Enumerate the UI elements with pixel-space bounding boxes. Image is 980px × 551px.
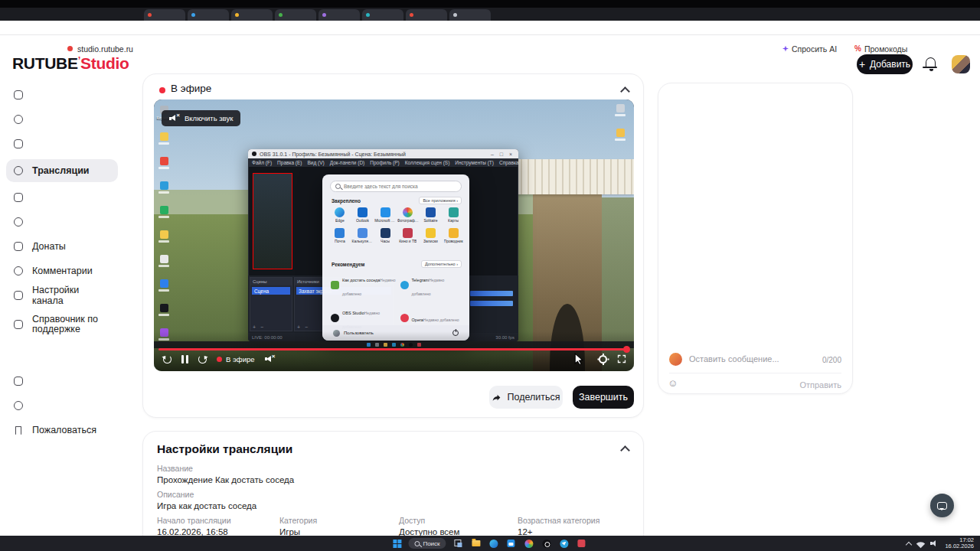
chat-user-avatar — [669, 353, 682, 366]
obs-app-icon — [252, 152, 256, 156]
broadcast-icon — [12, 165, 24, 177]
pinned-app-edge: Edge — [328, 206, 351, 225]
pinned-app-solitaire: Solitaire — [420, 206, 443, 225]
share-button[interactable]: Поделиться — [489, 386, 563, 409]
desktop-icon — [158, 304, 170, 316]
pinned-app-maps: Карты — [442, 206, 465, 225]
description-value: Игра как достать соседа — [157, 501, 256, 510]
tray-chevron-icon[interactable] — [906, 541, 912, 547]
obs-sources-toolbar: + − — [297, 324, 309, 330]
progress-bar[interactable] — [158, 348, 629, 350]
obs-audio-meter — [470, 301, 513, 306]
start-button[interactable] — [393, 540, 401, 548]
address-url[interactable]: studio.rutube.ru — [77, 44, 133, 54]
sidebar-item-channel-settings[interactable]: Настройки канала — [12, 286, 135, 305]
photos-button[interactable] — [524, 538, 534, 549]
sidebar-item-broadcasts[interactable]: Трансляции — [6, 159, 118, 182]
obs-menu-profile: Профиль (P) — [370, 160, 400, 165]
taskbar-clock[interactable]: 17:02 16.02.2026 — [945, 537, 974, 550]
clock-date: 16.02.2026 — [945, 543, 974, 550]
desktop-icon — [158, 181, 170, 194]
logo-studio: Studio — [80, 54, 129, 72]
stream-player[interactable]: Корзина OBS 31.0.1 - Профиль: Безым — [154, 99, 634, 371]
ask-ai-label: Спросить AI — [792, 44, 837, 54]
volume-muted-icon[interactable]: × — [265, 355, 275, 364]
obs-window-title: OBS 31.0.1 - Профиль: Безымянный - Сцена… — [260, 152, 406, 157]
search-icon — [335, 184, 341, 189]
task-view-button[interactable] — [453, 538, 464, 549]
finish-stream-button[interactable]: Завершить — [573, 386, 634, 409]
file-explorer-button[interactable] — [471, 538, 482, 549]
notifications-bell-icon[interactable] — [923, 56, 939, 73]
sidebar-item-playlists[interactable] — [12, 188, 135, 207]
chat-message-input[interactable] — [689, 354, 796, 364]
sidebar-item-monetization[interactable] — [12, 213, 135, 231]
taskbar-search-label: Поиск — [423, 540, 439, 547]
sidebar-item-feedback[interactable] — [12, 372, 135, 390]
browser-tab[interactable] — [362, 9, 403, 21]
obs-titlebar: OBS 31.0.1 - Профиль: Безымянный - Сцена… — [248, 149, 518, 158]
game-button[interactable] — [577, 538, 587, 549]
rutube-studio-logo[interactable]: RUTUBE’Studio — [12, 54, 129, 73]
start-search-input — [344, 184, 456, 189]
player-settings-icon[interactable] — [599, 355, 607, 364]
add-button[interactable]: + Добавить — [857, 54, 913, 74]
sidebar-item-donations[interactable]: Донаты — [12, 237, 135, 256]
volume-icon[interactable] — [930, 540, 939, 547]
sidebar-item-report[interactable]: Пожаловаться — [12, 421, 135, 439]
obs-menubar: Файл (F) Правка (E) Вид (V) Док-панели (… — [248, 158, 518, 167]
pinned-apps-grid: Edge Outlook Microsoft Store Фотографии … — [328, 206, 465, 245]
browser-tab[interactable] — [231, 9, 273, 21]
recommended-item: Как достать соседаНедавно добавлено — [328, 269, 398, 300]
user-avatar[interactable] — [952, 55, 970, 73]
obs-button[interactable] — [541, 538, 552, 549]
percent-icon: % — [854, 44, 861, 53]
obs-menu-help: Справка (H) — [499, 160, 518, 165]
support-chat-icon — [12, 399, 24, 412]
desktop-icon — [158, 132, 170, 145]
sidebar-item-videos[interactable] — [12, 110, 135, 129]
rewind-icon[interactable] — [163, 355, 172, 364]
browser-address-bar: studio.rutube.ru Спросить AI % Промокоды — [0, 21, 980, 35]
videos-icon — [12, 113, 24, 126]
browser-tab[interactable] — [144, 9, 185, 21]
ask-ai-button[interactable]: Спросить AI — [782, 43, 837, 54]
browser-tab-strip — [0, 0, 980, 21]
promocodes-label: Промокоды — [864, 44, 907, 54]
browser-tab[interactable] — [449, 9, 491, 21]
send-button[interactable]: Отправить — [799, 380, 841, 390]
browser-tab[interactable] — [275, 9, 316, 21]
settings-collapse-chevron-icon[interactable] — [620, 445, 630, 455]
description-label: Описание — [157, 490, 256, 499]
emoji-icon[interactable]: ☺ — [668, 377, 678, 389]
chat-panel: 0/200 ☺ Отправить — [658, 83, 853, 394]
sidebar-item-comments[interactable]: Комментарии — [12, 262, 135, 280]
sidebar-item-support-guide[interactable]: Справочник по поддержке — [12, 311, 135, 338]
taskbar-search[interactable]: Поиск — [408, 538, 446, 549]
network-icon[interactable] — [916, 539, 925, 547]
sidebar-item-support-chat[interactable] — [12, 396, 135, 415]
unmute-button[interactable]: × Включить звук — [162, 110, 240, 126]
sidebar-item-analytics[interactable] — [12, 135, 135, 153]
store-button[interactable] — [506, 538, 517, 549]
browser-tab[interactable] — [318, 9, 360, 21]
recommended-title: Рекомендуем — [332, 262, 364, 267]
sidebar-item-home[interactable] — [12, 86, 135, 104]
collapse-chevron-icon[interactable] — [620, 86, 630, 96]
forward-icon[interactable] — [198, 355, 207, 364]
chat-input-divider — [669, 373, 841, 373]
pause-button[interactable] — [181, 355, 188, 364]
name-label: Название — [157, 464, 294, 473]
browser-tab[interactable] — [406, 9, 447, 21]
browser-tab[interactable] — [188, 9, 229, 21]
pinned-title: Закреплено — [332, 198, 361, 204]
desktop-icon — [158, 157, 170, 169]
pinned-app-store: Microsoft Store — [374, 206, 397, 225]
obs-menu-docks: Док-панели (D) — [330, 160, 364, 165]
promocodes-button[interactable]: % Промокоды — [854, 43, 907, 54]
support-chat-fab[interactable] — [930, 494, 954, 517]
edge-button[interactable] — [488, 538, 499, 549]
fullscreen-icon[interactable] — [617, 354, 626, 364]
telegram-button[interactable] — [559, 538, 570, 549]
all-apps-button: Все приложения › — [419, 197, 462, 204]
